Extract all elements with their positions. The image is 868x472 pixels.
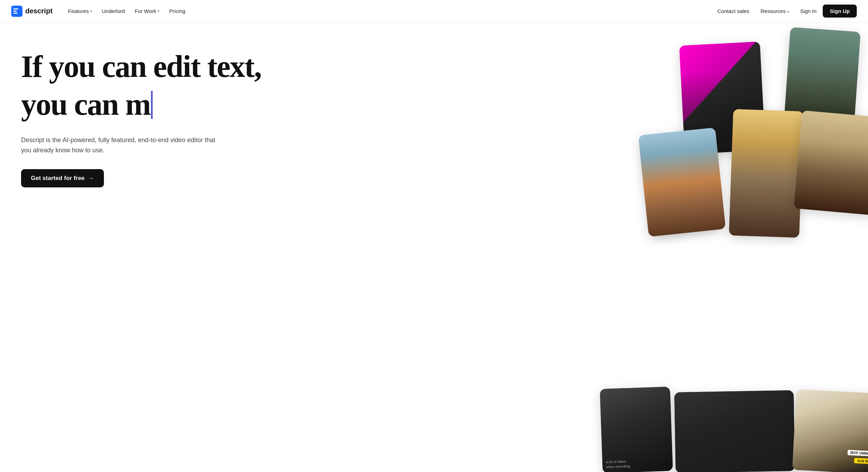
highlight-and-badge: And that — [854, 458, 868, 464]
cta-label: Get started for free — [31, 175, 85, 182]
hero-section: If you can edit text, you can m Descript… — [0, 22, 868, 472]
chevron-down-icon: ▾ — [90, 9, 92, 13]
svg-rect-1 — [13, 8, 18, 9]
hero-card-dark-scene — [674, 390, 795, 472]
hero-card-desert — [784, 27, 861, 123]
svg-rect-0 — [11, 6, 22, 17]
chevron-down-icon: ▾ — [158, 9, 159, 13]
nav-features[interactable]: Features ▾ — [64, 5, 96, 17]
hero-card-jeff-umbro: JEFF UMBRO And that — [792, 389, 868, 472]
nav-pricing[interactable]: Pricing — [165, 5, 190, 17]
nav-right-items: Contact sales Resources ▾ Sign In Sign U… — [713, 5, 857, 18]
svg-rect-3 — [13, 13, 18, 14]
svg-rect-2 — [13, 11, 17, 12]
hero-card-pink: TT Pretty cool. — [679, 41, 766, 154]
hero-image-collage: TT Pretty cool. a lot of takeswhen rec — [629, 22, 868, 472]
logo-text: descript — [25, 7, 53, 15]
nav-underlord[interactable]: Underlord — [98, 5, 129, 17]
card-pretty-cool-label: Pretty cool. — [688, 135, 708, 140]
jeff-umbro-badge: JEFF UMBRO — [848, 450, 868, 457]
text-cursor — [151, 91, 153, 119]
sign-up-button[interactable]: Sign Up — [823, 5, 857, 18]
contact-sales-button[interactable]: Contact sales — [713, 5, 754, 17]
hero-card-canyon — [638, 127, 725, 237]
tiktok-badge: TT — [752, 136, 762, 145]
navbar: descript Features ▾ Underlord For Work ▾… — [0, 0, 868, 22]
logo[interactable]: descript — [11, 6, 53, 17]
logo-icon — [11, 6, 22, 17]
arrow-icon: → — [88, 175, 94, 182]
hero-card-person-bottom-left: a lot of takeswhen recording — [600, 387, 673, 472]
hero-text-block: If you can edit text, you can m Descript… — [21, 51, 274, 187]
hero-subtitle: Descript is the AI-powered, fully featur… — [21, 135, 225, 155]
chevron-down-icon: ▾ — [787, 10, 789, 14]
sign-in-button[interactable]: Sign In — [795, 5, 822, 17]
hero-headline-2-prefix: you can m — [21, 88, 150, 121]
hero-card-outdoor — [794, 111, 868, 215]
hero-headline-1: If you can edit text, — [21, 51, 274, 83]
resources-button[interactable]: Resources ▾ — [756, 5, 794, 17]
get-started-button[interactable]: Get started for free → — [21, 169, 104, 187]
hero-card-sky — [645, 145, 715, 233]
hero-headline-2: you can m — [21, 88, 274, 121]
nav-for-work[interactable]: For Work ▾ — [131, 5, 164, 17]
nav-left-items: Features ▾ Underlord For Work ▾ Pricing — [64, 5, 713, 17]
card-takes-label: a lot of takeswhen recording — [606, 458, 669, 470]
hero-card-warm — [729, 109, 803, 238]
